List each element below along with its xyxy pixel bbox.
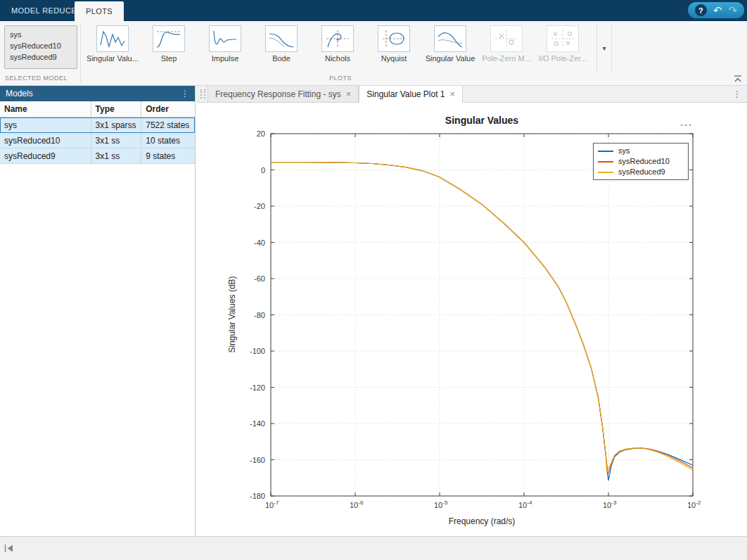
y-axis-label: Singular Values (dB) bbox=[227, 276, 237, 352]
svg-text:-160: -160 bbox=[250, 456, 265, 464]
svg-text:-80: -80 bbox=[254, 311, 265, 319]
close-icon[interactable]: × bbox=[450, 89, 456, 99]
models-panel-title: Models bbox=[6, 89, 181, 98]
selected-model-line: sysReduced9 bbox=[10, 51, 72, 63]
column-header-order: Order bbox=[141, 101, 195, 117]
legend-line-swatch bbox=[598, 151, 613, 152]
main-region: Models ⋮ Name Type Order sys 3x1 sparss … bbox=[0, 86, 747, 536]
tab-drag-handle[interactable] bbox=[200, 89, 205, 98]
legend-line-swatch bbox=[598, 161, 613, 163]
gallery-item-step[interactable]: Step bbox=[141, 24, 197, 63]
model-row-sysreduced10[interactable]: sysReduced10 3x1 ss 10 states bbox=[0, 133, 195, 148]
gallery-item-pole-zero-map: Pole-Zero M... bbox=[478, 24, 535, 63]
selected-model-line: sysReduced10 bbox=[10, 40, 72, 51]
legend-line-swatch bbox=[598, 172, 613, 173]
model-row-sysreduced9[interactable]: sysReduced9 3x1 ss 9 states bbox=[0, 148, 195, 164]
nyquist-icon bbox=[378, 25, 410, 52]
selected-model-box[interactable]: sys sysReduced10 sysReduced9 bbox=[4, 25, 77, 69]
gallery-item-impulse[interactable]: Impulse bbox=[197, 24, 253, 63]
tab-frequency-response-fitting[interactable]: Frequency Response Fitting - sys × bbox=[208, 86, 359, 102]
gallery-item-singular-values[interactable]: Singular Valu... bbox=[84, 24, 141, 63]
gallery-item-bode[interactable]: Bode bbox=[253, 24, 309, 63]
column-header-type: Type bbox=[91, 101, 142, 117]
legend-entry-sysreduced9: sysReduced9 bbox=[598, 167, 684, 177]
bode-icon bbox=[265, 25, 298, 52]
plot-gallery: Singular Valu... Step Impulse Bode bbox=[84, 24, 591, 63]
svg-text:-40: -40 bbox=[254, 238, 265, 247]
gallery-dropdown-button[interactable]: ▾ bbox=[596, 24, 612, 72]
document-tab-bar: Frequency Response Fitting - sys × Singu… bbox=[196, 86, 747, 103]
svg-text:10-6: 10-6 bbox=[350, 499, 364, 509]
model-reducer-window: MODEL REDUCER PLOTS ? ↶ ↷ sys sysReduced… bbox=[0, 0, 747, 560]
document-menu-icon[interactable]: ⋮ bbox=[733, 86, 741, 102]
svg-text:10-4: 10-4 bbox=[518, 499, 532, 509]
toolstrip-separator bbox=[80, 24, 81, 83]
tab-singular-value-plot[interactable]: Singular Value Plot 1 × bbox=[359, 86, 463, 103]
impulse-icon bbox=[209, 25, 241, 52]
legend-entry-sysreduced10: sysReduced10 bbox=[598, 156, 684, 167]
nichols-icon bbox=[321, 25, 354, 52]
svg-text:10-2: 10-2 bbox=[687, 499, 701, 509]
svg-text:0: 0 bbox=[261, 166, 265, 174]
legend-entry-sys: sys bbox=[598, 146, 684, 156]
singular-values-icon bbox=[96, 25, 129, 52]
close-icon[interactable]: × bbox=[346, 89, 352, 99]
x-axis-label: Frequency (rad/s) bbox=[271, 516, 693, 526]
io-pole-zero-icon bbox=[547, 25, 579, 52]
tab-plots[interactable]: PLOTS bbox=[75, 1, 124, 21]
svg-text:-100: -100 bbox=[250, 347, 265, 355]
svg-text:-20: -20 bbox=[254, 202, 265, 210]
pole-zero-map-icon bbox=[490, 25, 523, 52]
gallery-item-nichols[interactable]: Nichols bbox=[309, 24, 366, 63]
plots-section-caption: PLOTS bbox=[84, 75, 596, 82]
chart-legend[interactable]: sys sysReduced10 sysReduced9 bbox=[593, 143, 689, 180]
quick-access-toolbar: ? ↶ ↷ bbox=[688, 2, 744, 18]
model-row-sys[interactable]: sys 3x1 sparss 7522 states bbox=[0, 117, 195, 133]
svg-text:-60: -60 bbox=[254, 274, 265, 283]
document-area: Frequency Response Fitting - sys × Singu… bbox=[196, 86, 747, 536]
singular-values-chart: Singular Values ··· 10-710-610-510-410-3… bbox=[196, 103, 747, 536]
plots-toolstrip: sys sysReduced10 sysReduced9 SELECTED MO… bbox=[0, 21, 747, 86]
gallery-item-nyquist[interactable]: Nyquist bbox=[366, 24, 422, 63]
selected-model-line: sys bbox=[10, 29, 72, 40]
svg-text:-140: -140 bbox=[250, 419, 265, 428]
svg-text:10-5: 10-5 bbox=[434, 499, 448, 509]
models-panel-header: Models ⋮ bbox=[0, 86, 195, 101]
step-icon bbox=[153, 25, 185, 52]
undo-icon[interactable]: ↶ bbox=[713, 5, 722, 15]
svg-text:-180: -180 bbox=[250, 492, 265, 500]
help-icon[interactable]: ? bbox=[695, 4, 707, 16]
column-header-name: Name bbox=[0, 101, 91, 117]
svg-text:10-7: 10-7 bbox=[265, 499, 279, 509]
selected-model-caption: SELECTED MODEL bbox=[5, 75, 68, 82]
gallery-item-singular-value[interactable]: Singular Value bbox=[422, 24, 478, 63]
models-panel: Models ⋮ Name Type Order sys 3x1 sparss … bbox=[0, 86, 196, 536]
singular-value-icon bbox=[434, 25, 466, 52]
redo-icon[interactable]: ↷ bbox=[728, 5, 737, 15]
bottom-scroll-bar[interactable] bbox=[0, 536, 747, 560]
toolstrip-collapse-icon[interactable] bbox=[733, 75, 743, 83]
svg-text:10-3: 10-3 bbox=[603, 499, 617, 509]
svg-text:20: 20 bbox=[257, 129, 265, 138]
svg-text:-120: -120 bbox=[250, 383, 265, 392]
scroll-left-icon[interactable] bbox=[4, 543, 14, 554]
gallery-item-io-pole-zero: I/O Pole-Zer... bbox=[535, 24, 591, 63]
models-table-header: Name Type Order bbox=[0, 101, 195, 117]
ribbon-tab-bar: MODEL REDUCER PLOTS ? ↶ ↷ bbox=[0, 0, 747, 21]
models-menu-icon[interactable]: ⋮ bbox=[181, 89, 189, 98]
